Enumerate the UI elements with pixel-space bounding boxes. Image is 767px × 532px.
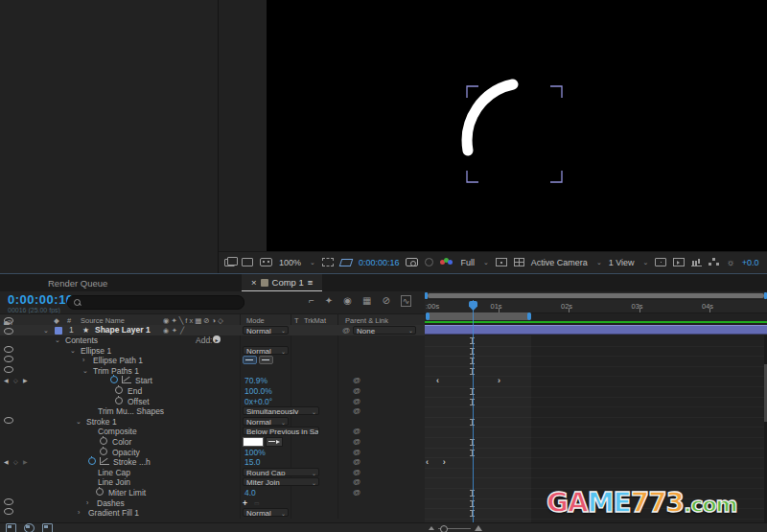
keyframe-ease-in-icon[interactable]: › [498,377,500,385]
stopwatch-icon[interactable] [88,457,96,465]
fast-previews-icon[interactable] [496,258,507,266]
property-pickwhip-icon[interactable]: @ [353,427,360,437]
remove-dash-button[interactable]: ▭ [254,498,260,509]
snapshot-camera-icon[interactable] [406,258,418,266]
keyframe-nav-left-icon[interactable]: ◀ [4,376,9,386]
eye-icon[interactable] [4,356,13,362]
stopwatch-icon[interactable] [115,397,123,405]
property-pickwhip-icon[interactable]: @ [353,457,360,468]
motion-blur-icon[interactable]: ⊘ [382,295,389,307]
twirl-icon[interactable]: ⌄ [82,366,88,377]
pixel-aspect-icon[interactable] [673,258,685,266]
property-value[interactable]: 15.0 [244,457,261,468]
tab-render-queue[interactable]: Render Queue [38,274,117,291]
toggle-transfer-controls-pane-icon[interactable] [24,523,35,532]
viewer-timecode[interactable]: 0:00:00:16 [359,258,400,267]
channels-icon[interactable] [440,258,453,266]
layer-name[interactable]: Shape Layer 1 [95,325,151,335]
stopwatch-icon[interactable] [96,488,104,496]
add-property-button[interactable]: ▸ [213,335,221,343]
keyframe-nav-right-icon[interactable]: ▶ [23,457,28,468]
current-timecode[interactable]: 0:00:00:16 [8,292,74,307]
keyframe-nav-diamond-icon[interactable]: ◇ [13,376,18,386]
work-area-bar[interactable] [426,312,531,320]
layer-twirl-icon[interactable]: ⌄ [43,325,49,335]
property-pickwhip-icon[interactable]: @ [353,488,360,498]
twirl-icon[interactable]: › [82,356,84,366]
property-select[interactable]: Normal⌄ [243,417,289,426]
property-select[interactable]: Miter Join⌄ [243,477,319,486]
magnification-caret-icon[interactable]: ⌄ [310,259,315,266]
eye-icon[interactable] [4,346,13,353]
property-value[interactable]: 0x+0.0° [244,397,272,407]
stopwatch-icon[interactable] [110,376,118,383]
primary-viewer-icon[interactable] [242,258,253,266]
property-value[interactable]: 100% [244,448,266,458]
layer-video-eye-icon[interactable] [4,328,13,335]
keyframe-ease-out-icon[interactable]: ‹ [436,377,439,385]
resolution-select[interactable]: Full [460,258,475,267]
stopwatch-icon[interactable] [100,448,107,455]
graph-toggle-icon[interactable] [100,457,109,465]
keyframe-nav-right-icon[interactable]: ▶ [23,376,28,386]
twirl-icon[interactable]: › [78,508,80,519]
flowchart-icon[interactable] [709,258,719,266]
property-select[interactable]: Simultaneously⌄ [243,406,319,415]
path-reverse-icon[interactable] [259,356,273,364]
magnification-select[interactable]: 100% [279,258,301,267]
toggle-inout-pane-icon[interactable] [42,523,53,532]
property-value[interactable]: 100.0% [244,386,272,397]
eye-icon[interactable] [4,508,13,515]
mode-column-header[interactable]: Mode [246,316,265,325]
color-picker-icon[interactable] [266,437,283,447]
property-pickwhip-icon[interactable]: @ [353,386,360,397]
navigator-bar[interactable] [428,293,764,298]
graph-editor-icon[interactable]: ∿ [401,295,412,307]
layer-row-shape-layer-1[interactable]: ⌄ 1 ★ Shape Layer 1 ◉✦╱ Normal⌄ @ None⌄ [0,325,425,335]
graph-toggle-icon[interactable] [122,376,131,383]
keyframe-nav-diamond-icon[interactable]: ◇ [13,457,18,468]
zoom-in-mountain-icon[interactable] [475,525,482,531]
navigator-start-handle[interactable] [425,292,428,299]
twirl-icon[interactable]: ⌄ [70,346,76,357]
layer-switches[interactable]: ◉✦╱ [163,325,187,335]
property-pickwhip-icon[interactable]: @ [353,376,360,386]
panel-menu-icon[interactable]: ≡ [308,277,314,288]
twirl-icon[interactable]: ⌄ [55,335,60,346]
mini-flowchart-icon[interactable]: ⌐ [309,295,314,307]
safe-margins-icon[interactable] [655,258,666,266]
mask-visibility-icon[interactable] [339,259,354,266]
number-column-header[interactable]: # [67,316,71,325]
source-name-column-header[interactable]: Source Name [81,316,125,325]
exposure-value[interactable]: +0.0 [742,258,759,267]
playhead-line[interactable] [473,300,474,522]
frame-blend-icon[interactable]: ▦ [362,295,371,307]
zoom-slider-handle[interactable] [440,525,448,532]
histogram-icon[interactable] [691,258,702,266]
always-preview-icon[interactable] [224,259,235,266]
transparency-grid-icon[interactable] [514,258,524,266]
composition-view[interactable] [267,0,767,251]
camera-caret-icon[interactable]: ⌄ [596,259,602,266]
layer-blend-mode-select[interactable]: Normal⌄ [243,326,289,335]
property-select[interactable]: Normal⌄ [243,346,289,355]
eye-icon[interactable] [4,417,13,424]
toggle-layer-switches-pane-icon[interactable] [6,523,16,532]
layer-parent-select[interactable]: None⌄ [353,326,416,335]
layer-label-color[interactable] [55,327,62,335]
keyframe-nav-left-icon[interactable]: ◀ [4,457,9,468]
color-swatch[interactable] [243,437,264,447]
add-dash-button[interactable]: + [243,498,247,509]
property-pickwhip-icon[interactable]: @ [353,477,360,488]
mercury-transmit-icon[interactable] [260,258,272,266]
layer-pickwhip-icon[interactable]: @ [342,325,350,335]
stopwatch-icon[interactable] [115,386,123,394]
layer-duration-bar[interactable] [425,325,767,335]
eye-icon[interactable] [4,498,13,505]
property-select[interactable]: Normal⌄ [243,508,289,517]
property-value[interactable]: 70.9% [244,376,267,386]
property-pickwhip-icon[interactable]: @ [353,406,360,417]
tab-comp-1[interactable]: × Comp 1 ≡ [242,274,322,291]
zoom-out-mountain-icon[interactable] [429,526,434,530]
t-column-header[interactable]: T [294,316,299,325]
